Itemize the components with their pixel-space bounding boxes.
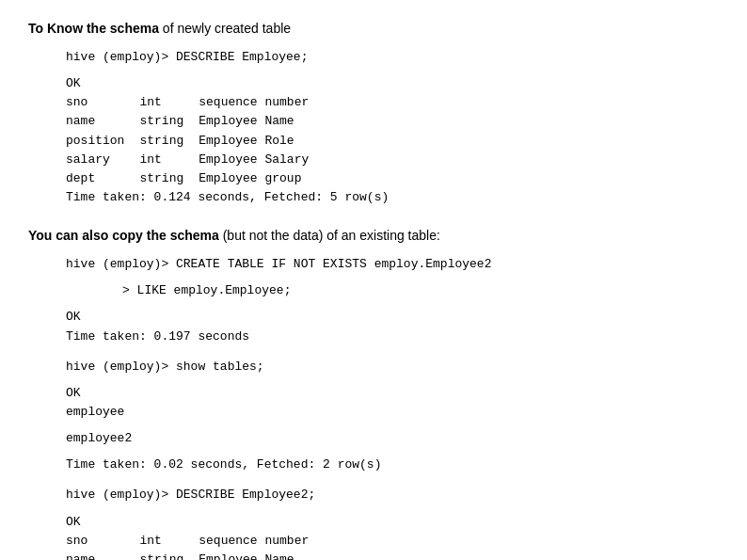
schema-cell: name <box>66 112 139 131</box>
section1-schema-table: snointsequence numbernamestringEmployee … <box>66 93 324 188</box>
schema-cell: string <box>139 551 199 560</box>
block1-line1: hive (employ)> CREATE TABLE IF NOT EXIST… <box>28 255 719 274</box>
block-create-table: hive (employ)> CREATE TABLE IF NOT EXIST… <box>28 255 719 346</box>
schema-cell: int <box>139 532 199 551</box>
schema-cell: sno <box>66 93 139 112</box>
block2-ok: OK <box>28 384 719 403</box>
schema-cell: string <box>139 169 199 188</box>
schema-cell: int <box>139 151 199 169</box>
section1-heading-rest: of newly created table <box>159 21 291 36</box>
schema-cell: name <box>66 551 139 560</box>
schema-cell: dept <box>66 169 139 188</box>
block1-time: Time taken: 0.197 seconds <box>28 328 719 346</box>
section1-time: Time taken: 0.124 seconds, Fetched: 5 ro… <box>28 188 719 207</box>
schema-cell: sequence number <box>199 93 324 112</box>
schema-cell: int <box>139 93 199 112</box>
schema-cell: string <box>139 132 199 151</box>
block2-employee: employee <box>28 403 719 422</box>
block2-time: Time taken: 0.02 seconds, Fetched: 2 row… <box>28 456 719 474</box>
block1-ok: OK <box>28 308 719 327</box>
section1-command: hive (employ)> DESCRIBE Employee; <box>28 48 719 67</box>
schema-cell: Employee group <box>199 169 324 188</box>
block3-ok: OK <box>28 513 719 532</box>
section2-heading: You can also copy the schema (but not th… <box>28 226 719 246</box>
schema-cell: string <box>139 112 199 131</box>
schema-cell: Employee Name <box>199 551 324 560</box>
section2: You can also copy the schema (but not th… <box>28 226 719 560</box>
block2-employee2: employee2 <box>28 429 719 448</box>
block2-line1: hive (employ)> show tables; <box>28 358 719 376</box>
block1-line2: > LIKE employ.Employee; <box>28 281 719 300</box>
schema-cell: Employee Salary <box>199 151 324 169</box>
section1-ok: OK <box>28 74 719 93</box>
block-show-tables: hive (employ)> show tables; OK employee … <box>28 358 719 475</box>
section2-heading-bold: You can also copy the schema <box>28 228 219 243</box>
section1: To Know the schema of newly created tabl… <box>28 19 719 207</box>
section2-schema-table: snointsequence numbername string Employe… <box>66 532 324 560</box>
schema-cell: sequence number <box>199 532 324 551</box>
block3-line1: hive (employ)> DESCRIBE Employee2; <box>28 486 719 504</box>
schema-cell: sno <box>66 532 139 551</box>
schema-cell: Employee Role <box>199 132 324 151</box>
section1-heading: To Know the schema of newly created tabl… <box>28 19 719 39</box>
block-describe-employee2: hive (employ)> DESCRIBE Employee2; OK sn… <box>28 486 719 560</box>
schema-cell: Employee Name <box>199 112 324 131</box>
section1-heading-bold: To Know the schema <box>28 21 159 36</box>
section2-heading-rest: (but not the data) of an existing table: <box>219 228 440 243</box>
schema-cell: position <box>66 132 139 151</box>
schema-cell: salary <box>66 151 139 169</box>
